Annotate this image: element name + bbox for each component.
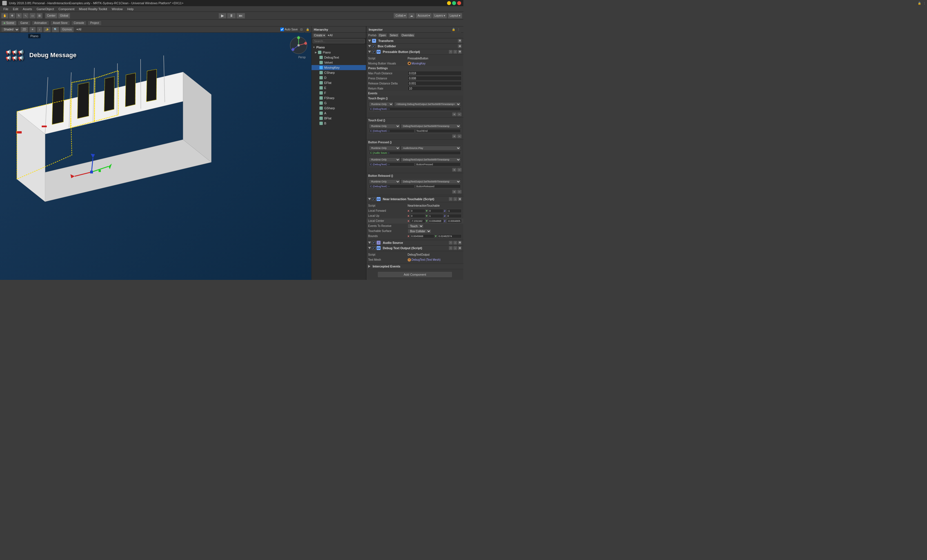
menu-assets[interactable]: Assets (21, 6, 34, 12)
menu-help[interactable]: Help (125, 6, 136, 12)
hierarchy-item-movingkey[interactable]: MovingKey (312, 65, 366, 70)
global-toggle-button[interactable]: Global (58, 13, 70, 18)
button-released-runtime-dropdown[interactable]: Runtime Only (369, 179, 400, 184)
overrides-button[interactable]: Overrides (400, 33, 415, 38)
transform-tool-button[interactable]: ⊞ (36, 13, 43, 18)
pressable-btn-settings-icon[interactable]: ⚙ (458, 50, 462, 54)
button-pressed-func-dropdown-1[interactable]: AudioSource.Play (401, 146, 461, 150)
hierarchy-item-g[interactable]: G (312, 100, 366, 106)
local-forward-z-input[interactable] (447, 209, 462, 213)
debug-text-output-settings-icon[interactable]: ⚙ (458, 246, 462, 250)
shading-mode-dropdown[interactable]: Shaded (1, 27, 20, 32)
hierarchy-item-csharp[interactable]: CSharp (312, 70, 366, 75)
local-center-x-input[interactable] (410, 219, 425, 223)
menu-component[interactable]: Component (56, 6, 77, 12)
audio-source-move-down-icon[interactable]: ↓ (453, 241, 457, 245)
hierarchy-item-eflat[interactable]: EFlat (312, 80, 366, 85)
layout-button[interactable]: Layout ▾ (448, 13, 462, 18)
local-up-z-input[interactable] (447, 214, 462, 218)
hierarchy-item-d[interactable]: D (312, 75, 366, 80)
fx-button[interactable]: ✨ (43, 27, 51, 32)
local-center-y-input[interactable] (429, 219, 443, 223)
auto-save-checkbox[interactable] (280, 27, 284, 31)
menu-window[interactable]: Window (109, 6, 125, 12)
select-prefab-button[interactable]: Select (388, 33, 399, 38)
hierarchy-item-piano[interactable]: ▶ Piano (312, 50, 366, 55)
local-up-x-input[interactable] (410, 214, 425, 218)
tab-scene[interactable]: Scene (1, 21, 17, 26)
scene-search-button[interactable]: 🔍 (52, 27, 59, 32)
button-pressed-audio-obj[interactable]: C (Audio Sourc ○ (369, 151, 461, 155)
center-toggle-button[interactable]: Center (45, 13, 58, 18)
local-up-y-input[interactable] (429, 214, 443, 218)
near-interaction-move-up-icon[interactable]: ↑ (449, 197, 453, 201)
button-released-func-dropdown[interactable]: DebugTextOutput.SetTextWithTimestamp (401, 179, 461, 184)
box-collider-header[interactable]: Box Collider ⚙ (366, 44, 464, 49)
button-pressed-func-dropdown-2[interactable]: DebugTextOutput.SetTextWithTimestamp (401, 157, 461, 162)
near-interaction-enabled-checkbox[interactable] (372, 197, 375, 201)
near-interaction-touchable-header[interactable]: C# Near Interaction Touchable (Script) ↑… (366, 197, 464, 202)
hierarchy-item-fsharp[interactable]: FSharp (312, 96, 366, 100)
button-released-add-button[interactable]: + (452, 190, 457, 194)
scene-lock-button[interactable]: 🔒 (305, 26, 310, 33)
transform-settings-icon[interactable]: ⚙ (458, 39, 462, 43)
touch-end-remove-button[interactable]: − (457, 134, 462, 138)
tab-project[interactable]: Project (88, 21, 102, 26)
step-button[interactable]: ⏭ (236, 13, 245, 18)
touch-begin-runtime-dropdown[interactable]: Runtime Only (369, 102, 394, 106)
scene-pin-button[interactable]: ⊡ (299, 26, 304, 33)
pressable-btn-move-up-icon[interactable]: ↑ (449, 50, 453, 54)
return-rate-input[interactable] (407, 86, 462, 91)
audio-button[interactable]: ♪ (37, 27, 42, 32)
lighting-button[interactable]: ☀ (29, 27, 36, 32)
cloud-button[interactable]: ☁ (408, 13, 415, 18)
tab-animation[interactable]: Animation (32, 21, 49, 26)
bounds-x-input[interactable] (410, 234, 435, 238)
bounds-y-input[interactable] (438, 234, 462, 238)
button-pressed-add-button[interactable]: + (452, 168, 457, 172)
debug-text-output-move-down-icon[interactable]: ↓ (453, 246, 457, 250)
touch-begin-obj-ref[interactable]: C (DebugTextC ○ (369, 107, 461, 111)
inspector-menu-button[interactable]: ⋮ (456, 26, 461, 33)
hierarchy-create-button[interactable]: Create ▾ (313, 33, 326, 38)
local-forward-y-input[interactable] (429, 209, 443, 213)
hierarchy-scene-root[interactable]: ▼ Piano (312, 45, 366, 50)
scale-tool-button[interactable]: ⤡ (23, 13, 29, 18)
tab-game[interactable]: Game (18, 21, 30, 26)
button-pressed-runtime-dropdown-2[interactable]: Runtime Only (369, 157, 400, 162)
debug-text-output-enabled-checkbox[interactable] (372, 246, 375, 250)
hierarchy-item-gsharp[interactable]: GSharp (312, 106, 366, 111)
hierarchy-search-input[interactable] (313, 39, 365, 43)
open-prefab-button[interactable]: Open (377, 33, 387, 38)
button-pressed-debug-obj[interactable]: C (DebugTextC ○ (369, 162, 415, 166)
button-released-obj-ref[interactable]: C (DebugTextC ○ (369, 184, 415, 188)
pressable-button-enabled-checkbox[interactable] (372, 50, 375, 53)
hierarchy-item-b[interactable]: B (312, 121, 366, 126)
intercepted-events-header[interactable]: Intercepted Events (366, 264, 464, 269)
tab-console[interactable]: Console (71, 21, 87, 26)
debug-text-output-header[interactable]: C# Debug Text Output (Script) ↑ ↓ ⚙ (366, 246, 464, 251)
button-pressed-runtime-dropdown-1[interactable]: Runtime Only (369, 146, 400, 150)
audio-source-enabled-checkbox[interactable] (372, 241, 375, 244)
scene-3d-viewport[interactable]: 📢 📢 📢 📢 📢 📢 Debug Message (0, 33, 311, 280)
max-push-distance-input[interactable] (407, 71, 462, 76)
add-component-button[interactable]: Add Component (377, 272, 452, 278)
release-distance-delta-input[interactable] (407, 81, 462, 86)
play-button[interactable]: ▶ (219, 13, 226, 18)
hand-tool-button[interactable]: ✋ (1, 13, 8, 18)
gizmos-button[interactable]: Gizmos (60, 27, 74, 32)
transform-component-header[interactable]: T Transform ⚙ (366, 38, 464, 44)
layers-button[interactable]: Layers ▾ (432, 13, 447, 18)
debug-text-output-move-up-icon[interactable]: ↑ (449, 246, 453, 250)
scene-3d-content[interactable]: 📢 📢 📢 📢 📢 📢 Debug Message (0, 33, 311, 280)
hierarchy-item-a[interactable]: A (312, 111, 366, 116)
local-forward-x-input[interactable] (410, 209, 425, 213)
near-interaction-move-down-icon[interactable]: ↓ (453, 197, 457, 201)
touch-end-func-dropdown[interactable]: DebugTextOutput.SetTextWithTimestamp (401, 124, 461, 128)
box-collider-enabled-checkbox[interactable] (372, 44, 375, 48)
rotate-tool-button[interactable]: ↻ (16, 13, 22, 18)
scene-gizmo[interactable]: Y X Z (289, 35, 308, 55)
box-collider-settings-icon[interactable]: ⚙ (458, 44, 462, 48)
hierarchy-item-debugtext[interactable]: DebugText (312, 55, 366, 60)
hierarchy-item-bflat[interactable]: BFlat (312, 116, 366, 121)
